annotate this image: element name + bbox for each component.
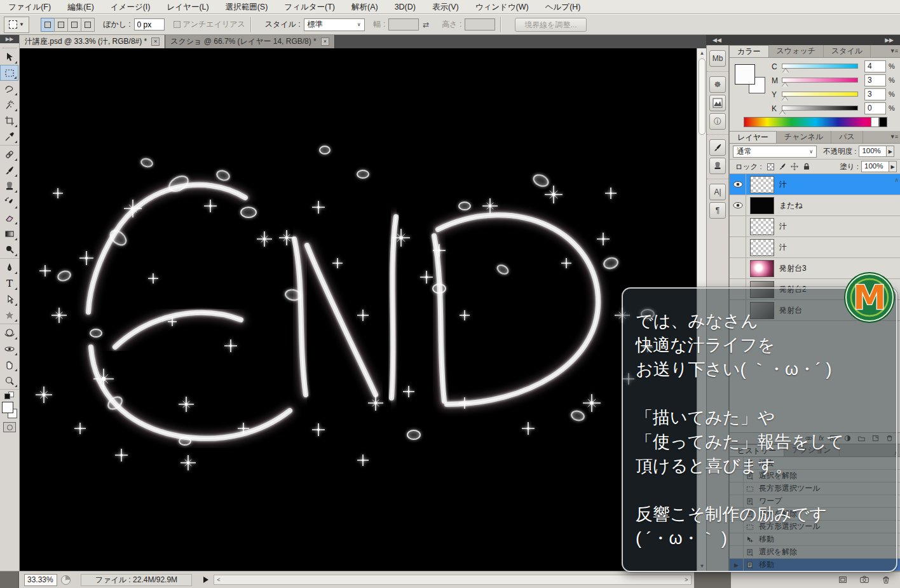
canvas-horizontal-scrollbar[interactable]: < > [214, 575, 692, 585]
lock-all-button[interactable] [802, 162, 812, 172]
panel-icon-brush-panel[interactable] [709, 139, 726, 156]
panel-menu-icon[interactable]: ▼≡ [890, 48, 897, 54]
tool-preset-picker[interactable]: ▼ [4, 17, 29, 33]
tools-grip[interactable] [3, 43, 17, 48]
tab-layers-0[interactable]: レイヤー [730, 131, 777, 143]
white-swatch[interactable] [871, 117, 879, 127]
refine-edge-button[interactable]: 境界線を調整... [515, 18, 586, 32]
fill-spinner-icon[interactable]: ▶ [889, 161, 897, 172]
width-input[interactable] [388, 18, 419, 31]
tools-collapse-button[interactable]: ▶▶ [0, 35, 19, 43]
tool-move[interactable] [0, 49, 18, 65]
visibility-toggle[interactable] [730, 195, 746, 216]
expand-dock-icon[interactable]: ◀◀ [712, 37, 721, 43]
tab-color-2[interactable]: スタイル [824, 45, 871, 57]
black-swatch[interactable] [879, 117, 887, 127]
slider-thumb[interactable] [779, 111, 786, 115]
style-select[interactable]: 標準 ∨ [304, 18, 365, 31]
tab-color-1[interactable]: スウォッチ [769, 45, 824, 57]
slider-thumb[interactable] [782, 69, 789, 73]
slider-value-field[interactable]: 4 [864, 60, 886, 72]
add-selection-button[interactable] [54, 18, 68, 32]
tool-quick-select[interactable] [0, 97, 18, 113]
slider-thumb[interactable] [782, 83, 788, 87]
tool-hand[interactable] [0, 357, 18, 373]
height-input[interactable] [465, 18, 495, 31]
panel-icon-navigator[interactable]: ☸ [709, 76, 726, 93]
layer-row[interactable]: 汁 [730, 216, 900, 237]
tool-pen[interactable] [0, 259, 18, 275]
delete-state-icon[interactable] [881, 575, 891, 585]
menu-item-edit[interactable]: 編集(E) [59, 0, 102, 14]
document-tab-0[interactable]: 汁講座.psd @ 33.3% (汁, RGB/8#) *× [20, 35, 165, 48]
menu-item-3d[interactable]: 3D(D) [386, 0, 424, 14]
menu-item-view[interactable]: 表示(V) [424, 0, 467, 14]
slider-track[interactable] [782, 92, 858, 97]
panel-icon-clone-source[interactable] [709, 158, 726, 174]
opacity-spinner-icon[interactable]: ▶ [887, 146, 894, 157]
menu-item-file[interactable]: ファイル(F) [0, 0, 59, 14]
tab-layers-2[interactable]: パス [831, 131, 863, 143]
layer-row[interactable]: またね [730, 195, 900, 216]
close-icon[interactable]: × [151, 38, 160, 46]
scroll-right-icon[interactable]: > [682, 575, 691, 584]
layer-thumbnail[interactable] [750, 260, 774, 277]
swap-dimensions-icon[interactable]: ⇄ [423, 20, 429, 29]
layer-thumbnail[interactable] [750, 197, 774, 214]
lock-pixels-button[interactable] [778, 162, 788, 172]
visibility-toggle[interactable] [730, 237, 746, 258]
menu-item-filter[interactable]: フィルター(T) [276, 0, 343, 14]
visibility-toggle[interactable] [730, 216, 746, 237]
canvas[interactable] [20, 48, 697, 571]
tool-brush[interactable] [0, 162, 18, 178]
slider-track[interactable] [782, 78, 858, 83]
visibility-toggle[interactable] [730, 174, 746, 195]
close-icon[interactable]: × [321, 38, 329, 46]
subtract-selection-button[interactable] [67, 18, 81, 32]
tool-crop[interactable] [0, 113, 18, 128]
tool-eyedropper[interactable] [0, 128, 18, 144]
tool-rect-marquee[interactable] [0, 65, 18, 81]
slider-value-field[interactable]: 3 [864, 74, 886, 86]
tool-path-select[interactable] [0, 291, 18, 307]
tool-3d-orbit[interactable] [0, 341, 18, 357]
color-spectrum-ramp[interactable] [744, 117, 887, 127]
scroll-up-icon[interactable]: ∧ [894, 177, 899, 183]
file-size-info[interactable]: ファイル : 22.4M/92.9M [81, 574, 192, 586]
menu-item-analysis[interactable]: 解析(A) [343, 0, 386, 14]
opacity-value[interactable]: 100% [859, 146, 887, 157]
panel-menu-icon[interactable]: ▼≡ [890, 133, 897, 140]
blend-mode-select[interactable]: 通常 ∨ [733, 146, 817, 158]
foreground-background-swatch[interactable] [735, 64, 768, 95]
slider-thumb[interactable] [782, 97, 788, 101]
new-snapshot-icon[interactable] [859, 575, 869, 585]
slider-track[interactable] [782, 64, 858, 69]
tool-history-brush[interactable] [0, 194, 18, 210]
foreground-background-swatch[interactable] [2, 402, 17, 418]
panel-icon-character[interactable]: A| [709, 184, 726, 200]
panel-icon-paragraph[interactable]: ¶ [709, 202, 726, 219]
scroll-left-icon[interactable]: < [214, 575, 223, 584]
scroll-up-icon[interactable]: ▲ [697, 48, 707, 58]
tool-3d-rotate[interactable] [0, 325, 18, 341]
zoom-level-field[interactable]: 33.33% [24, 574, 57, 586]
tab-color-0[interactable]: カラー [730, 45, 769, 57]
layer-thumbnail[interactable] [750, 176, 774, 193]
layer-thumbnail[interactable] [750, 239, 774, 256]
fill-value[interactable]: 100% [861, 161, 889, 172]
menu-item-select[interactable]: 選択範囲(S) [217, 0, 276, 14]
tab-layers-1[interactable]: チャンネル [777, 131, 831, 143]
tool-gradient[interactable] [0, 226, 18, 242]
feather-input[interactable] [134, 18, 165, 31]
layer-thumbnail[interactable] [750, 218, 774, 235]
menu-item-layer[interactable]: レイヤー(L) [159, 0, 217, 14]
panel-icon-mini-bridge[interactable]: Mb [709, 50, 726, 67]
slider-value-field[interactable]: 3 [864, 88, 886, 100]
tool-zoom[interactable] [0, 373, 18, 388]
lock-transparency-button[interactable] [766, 162, 775, 172]
tool-spot-healing[interactable] [0, 146, 18, 162]
document-tab-1[interactable]: スクショ @ 66.7% (レイヤー 14, RGB/8) *× [165, 35, 335, 48]
slider-track[interactable] [782, 106, 858, 111]
tool-type[interactable]: T [0, 275, 18, 291]
visibility-toggle[interactable] [730, 258, 746, 279]
